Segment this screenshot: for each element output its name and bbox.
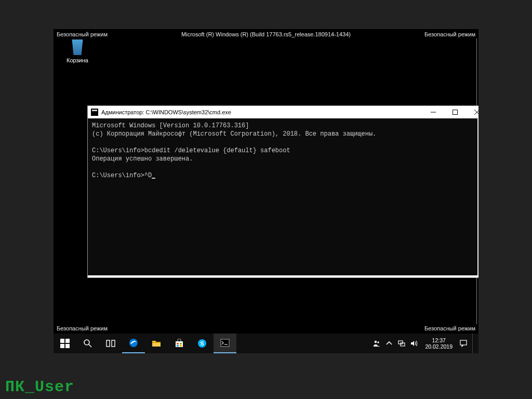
- cmd-line: (c) Корпорация Майкрософт (Microsoft Cor…: [92, 130, 376, 138]
- folder-icon: [152, 339, 161, 348]
- store-icon: [175, 339, 184, 348]
- cmd-body-wrap: Microsoft Windows [Version 10.0.17763.31…: [88, 118, 478, 277]
- edge-icon: [129, 338, 138, 348]
- svg-rect-4: [65, 344, 70, 348]
- safe-mode-label-bottom-left: Безопасный режим: [57, 325, 108, 331]
- cmd-line: C:\Users\info>^D: [92, 172, 152, 179]
- svg-rect-9: [152, 342, 161, 343]
- edge-taskbar-button[interactable]: [122, 334, 145, 353]
- svg-text:S: S: [200, 340, 204, 347]
- network-icon[interactable]: [398, 340, 405, 347]
- windows-logo-icon: [60, 339, 70, 348]
- watermark: ПК_User: [5, 378, 74, 396]
- show-desktop-button[interactable]: [472, 334, 475, 353]
- svg-rect-17: [221, 339, 229, 347]
- maximize-button[interactable]: [444, 106, 466, 118]
- system-tray: 12:37 20.02.2019: [373, 334, 478, 353]
- people-icon[interactable]: [373, 340, 380, 347]
- svg-rect-1: [60, 339, 64, 343]
- close-button[interactable]: [466, 106, 478, 118]
- recycle-bin-label: Корзина: [62, 57, 93, 63]
- cursor-icon: [152, 178, 155, 179]
- svg-point-19: [378, 341, 379, 343]
- scroll-up-icon[interactable]: [477, 118, 478, 127]
- svg-rect-3: [60, 344, 64, 348]
- clock-time: 12:37: [425, 337, 453, 343]
- desktop-header: Безопасный режим Microsoft (R) Windows (…: [54, 31, 478, 37]
- cmd-app-icon: [91, 109, 98, 116]
- svg-rect-22: [460, 340, 467, 345]
- cmd-line: Microsoft Windows [Version 10.0.17763.31…: [92, 122, 249, 129]
- svg-point-18: [375, 341, 377, 343]
- cmd-line: C:\Users\info>bcdedit /deletevalue {defa…: [92, 147, 290, 154]
- cmd-scrollbar[interactable]: [477, 118, 478, 275]
- cmd-title: Администратор: C:\WINDOWS\system32\cmd.e…: [101, 109, 422, 115]
- svg-rect-13: [177, 345, 179, 347]
- svg-rect-0: [453, 110, 458, 114]
- terminal-icon: [220, 338, 230, 348]
- chevron-up-icon[interactable]: [385, 340, 393, 347]
- svg-rect-7: [112, 340, 115, 347]
- taskbar-clock[interactable]: 12:37 20.02.2019: [423, 337, 455, 350]
- desktop: Безопасный режим Microsoft (R) Windows (…: [54, 29, 478, 353]
- svg-rect-11: [177, 343, 179, 344]
- svg-point-8: [129, 339, 138, 347]
- svg-rect-2: [65, 339, 70, 343]
- volume-icon[interactable]: [410, 340, 418, 347]
- search-button[interactable]: [76, 334, 99, 353]
- action-center-icon[interactable]: [460, 340, 467, 347]
- svg-rect-14: [180, 345, 182, 347]
- cmd-output[interactable]: Microsoft Windows [Version 10.0.17763.31…: [88, 118, 477, 275]
- cmd-titlebar[interactable]: Администратор: C:\WINDOWS\system32\cmd.e…: [88, 106, 478, 118]
- skype-icon: S: [197, 339, 207, 348]
- minimize-button[interactable]: [422, 106, 444, 118]
- clock-date: 20.02.2019: [425, 343, 453, 350]
- scroll-down-icon[interactable]: [477, 267, 478, 275]
- desktop-footer: Безопасный режим Безопасный режим: [54, 325, 478, 331]
- recycle-bin[interactable]: Корзина: [62, 39, 93, 63]
- cmd-line: Операция успешно завершена.: [92, 155, 193, 163]
- task-view-icon: [106, 339, 115, 348]
- start-button[interactable]: [54, 334, 76, 353]
- taskbar: S 12:37 20.02.2019: [54, 334, 478, 353]
- task-view-button[interactable]: [99, 334, 122, 353]
- safe-mode-label-bottom-right: Безопасный режим: [424, 325, 475, 331]
- recycle-bin-icon: [70, 39, 85, 55]
- svg-point-5: [84, 340, 89, 345]
- cmd-window: Администратор: C:\WINDOWS\system32\cmd.e…: [88, 106, 478, 277]
- cmd-taskbar-button[interactable]: [214, 334, 236, 353]
- search-icon: [83, 339, 92, 348]
- store-taskbar-button[interactable]: [168, 334, 191, 353]
- explorer-taskbar-button[interactable]: [145, 334, 168, 353]
- svg-rect-6: [107, 340, 110, 347]
- build-info: Microsoft (R) Windows (R) (Build 17763.r…: [54, 31, 478, 37]
- skype-taskbar-button[interactable]: S: [191, 334, 214, 353]
- svg-rect-12: [180, 343, 182, 344]
